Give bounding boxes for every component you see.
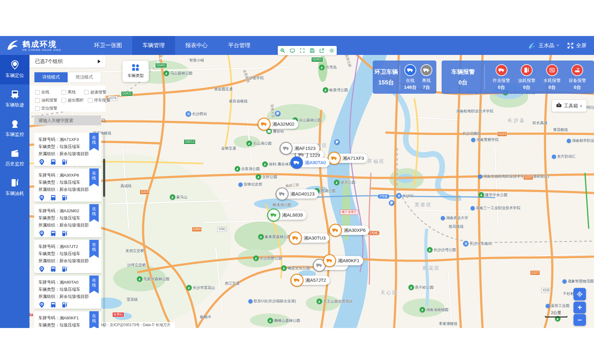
toolbox-button[interactable]: 工具箱 ∨ — [552, 100, 587, 112]
track-icon[interactable] — [50, 159, 56, 165]
search-input[interactable] — [34, 118, 101, 123]
expand-icon[interactable] — [299, 48, 305, 53]
sidebar-item-历史监控[interactable]: 历史监控 — [0, 143, 29, 173]
fuel-icon[interactable] — [61, 159, 68, 165]
filter-离线[interactable]: 离线 — [61, 89, 76, 95]
checkbox[interactable] — [35, 106, 40, 111]
fuel-icon[interactable] — [61, 266, 68, 272]
zoom-out-button[interactable]: − — [574, 314, 586, 326]
vehicle-marker-湘A57JT2[interactable]: 湘A57JT2 — [291, 276, 330, 285]
truck-marker-icon — [329, 224, 342, 237]
locate-button[interactable] — [574, 288, 586, 300]
nav-item-车辆管理[interactable]: 车辆管理 — [132, 36, 175, 55]
tab-简洁模式[interactable]: 简洁模式 — [68, 72, 101, 82]
filter-超出围栏[interactable]: 超出围栏 — [61, 97, 84, 103]
track-icon[interactable] — [50, 302, 56, 308]
locate-icon[interactable] — [38, 230, 45, 237]
settings-icon[interactable] — [329, 48, 335, 53]
online-stat[interactable]: 在线 148台 — [404, 64, 416, 90]
share-icon[interactable] — [319, 48, 325, 53]
checkbox[interactable] — [35, 98, 40, 103]
save-icon[interactable] — [309, 48, 315, 53]
checkbox[interactable] — [88, 98, 92, 103]
alarm-count: 0台 — [574, 84, 581, 90]
vehicle-marker-湘AF1523[interactable]: 湘AF1523 — [280, 144, 319, 153]
sidebar-item-车辆油耗[interactable]: 车辆油耗 — [0, 173, 29, 202]
locate-icon[interactable] — [38, 195, 45, 201]
vehicle-marker-湘A30XP6[interactable]: 湘A30XP6 — [330, 226, 369, 235]
zoom-search-icon[interactable] — [280, 48, 286, 53]
vehicle-card[interactable]: 车牌号码：湘A57JT2车辆类型：垃圾压缩车所属组织：厨余垃圾项目部在线 — [34, 240, 101, 273]
vehicle-marker-湘A80KF1[interactable]: 湘A80KF1 — [324, 256, 363, 265]
alarm-设备报警[interactable]: 设备报警0台 — [569, 64, 586, 90]
marker-plate: 湘A57JT2 — [305, 277, 326, 283]
alarm-水耗报警[interactable]: 水耗报警0台 — [543, 64, 561, 90]
vehicle-card[interactable]: 车牌号码：湘A32M02车辆类型：垃圾压缩车所属组织：厨余垃圾项目部在线 — [34, 204, 101, 237]
sidebar-item-车辆定位[interactable]: 车辆定位 — [0, 55, 29, 84]
film-icon — [0, 149, 29, 159]
vehicle-marker-湘A90TA0[interactable]: 湘A90TA0 — [291, 158, 330, 167]
alarm-label: 水耗报警 — [543, 78, 561, 83]
online-label: 在线 — [406, 78, 415, 83]
marker-plate: 湘AL8839 — [282, 212, 303, 218]
checkbox[interactable] — [61, 98, 66, 103]
vehicle-marker-湘AL8839[interactable]: 湘AL8839 — [268, 210, 307, 220]
vehicle-marker-湘A71XF3[interactable]: 湘A71XF3 — [328, 154, 368, 163]
truck-marker-icon — [258, 118, 271, 131]
marquee-icon[interactable] — [290, 48, 295, 53]
zoom-in-button[interactable]: + — [574, 302, 586, 313]
sidebar-item-车辆轨迹[interactable]: 车辆轨迹 — [0, 84, 29, 114]
alarm-油耗报警[interactable]: 油耗报警0台 — [518, 64, 535, 90]
filter-在线[interactable]: 在线 — [35, 89, 49, 95]
route-bus-icon — [0, 90, 29, 100]
checkbox[interactable] — [61, 90, 66, 95]
filter-停车报警[interactable]: 停车报警 — [88, 97, 110, 103]
nav-item-平台管理[interactable]: 平台管理 — [218, 36, 261, 55]
track-icon[interactable] — [50, 266, 56, 272]
nav-item-环卫一张图[interactable]: 环卫一张图 — [84, 36, 132, 55]
vehicle-marker-湘A32M02[interactable]: 湘A32M02 — [258, 119, 298, 129]
expand-arrow-icon[interactable] — [98, 60, 101, 63]
truck-marker-icon — [323, 254, 336, 267]
filter-label: 油耗报警 — [41, 97, 57, 103]
checkbox[interactable] — [84, 90, 89, 95]
user-menu[interactable]: 王水晶 ˅ — [528, 42, 559, 50]
vehicle-type-button[interactable]: 车辆类型 — [123, 61, 149, 82]
vehicle-list[interactable]: 车牌号码：湘A71XF3车辆类型：垃圾压缩车所属组织：厨余垃圾项目部在线车牌号码… — [34, 133, 101, 328]
locate-icon[interactable] — [38, 302, 45, 308]
sidebar-item-车辆监控[interactable]: 车辆监控 — [0, 114, 29, 143]
locate-icon[interactable] — [38, 159, 45, 165]
filter-定位报警[interactable]: 定位报警 — [35, 106, 57, 111]
truck-marker-icon — [328, 152, 341, 165]
fuel-icon[interactable] — [61, 195, 68, 201]
vehicle-marker-湘A30TU3[interactable]: 湘A30TU3 — [290, 233, 329, 243]
vehicle-card[interactable]: 车牌号码：湘A71XF3车辆类型：垃圾压缩车所属组织：厨余垃圾项目部在线 — [34, 133, 101, 166]
filter-油耗报警[interactable]: 油耗报警 — [35, 97, 57, 103]
fuel-icon[interactable] — [61, 302, 68, 308]
marker-plate: 湘A90TA0 — [305, 160, 326, 166]
track-icon[interactable] — [50, 230, 56, 237]
toolbox-icon — [556, 102, 562, 110]
vehicle-card[interactable]: 车牌号码：湘A30XP6车辆类型：垃圾压缩车所属组织：厨余垃圾项目部在线 — [34, 169, 101, 202]
fullscreen-button[interactable]: 全屏 — [567, 42, 587, 49]
filter-label: 超出围栏 — [68, 97, 84, 103]
filter-超速报警[interactable]: 超速报警 — [84, 89, 106, 95]
track-icon[interactable] — [50, 195, 56, 201]
vehicle-org: 所属组织：厨余垃圾项目部 — [38, 293, 101, 300]
locate-icon[interactable] — [38, 266, 45, 272]
fuel-icon[interactable] — [61, 230, 68, 237]
filter-label: 定位报警 — [41, 106, 57, 111]
search-icon[interactable] — [101, 118, 106, 123]
scrollbar-thumb[interactable] — [103, 159, 105, 197]
org-selector[interactable]: 已选7个组织 — [29, 55, 106, 68]
vehicle-card[interactable]: 车牌号码：湘A90TA0车辆类型：垃圾压缩车所属组织：厨余垃圾项目部在线 — [34, 276, 101, 309]
mode-tabs: 详情模式简洁模式 — [34, 72, 101, 83]
vehicle-marker-湘AD40123[interactable]: 湘AD40123 — [276, 189, 318, 199]
vehicle-card[interactable]: 车牌号码：湘A80KF1车辆类型：垃圾压缩车所属组织：厨余垃圾项目部在线 — [34, 311, 101, 328]
map-canvas[interactable]: 智造小镇乌山森林公园长沙医学院黄金园互通月亮岛银星湾公园观音岩枢纽长沙西站谷山森… — [29, 55, 594, 328]
offline-stat[interactable]: 离线 7台 — [421, 64, 432, 90]
tab-详情模式[interactable]: 详情模式 — [34, 72, 68, 82]
checkbox[interactable] — [35, 90, 40, 95]
nav-item-报表中心[interactable]: 报表中心 — [175, 36, 218, 55]
alarm-作业报警[interactable]: 作业报警0台 — [493, 64, 510, 90]
